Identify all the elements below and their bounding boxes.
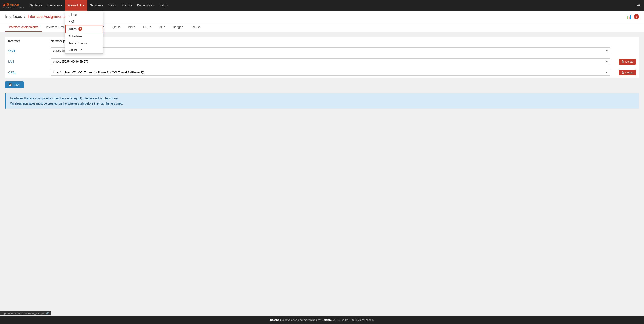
dropdown-traffic-shaper[interactable]: Traffic Shaper — [65, 40, 103, 47]
firewall-caret-icon: ▾ — [83, 4, 84, 6]
tab-laggs[interactable]: LAGGs — [187, 23, 204, 32]
services-caret-icon: ▾ — [102, 4, 103, 6]
nav-services[interactable]: Services ▾ — [87, 0, 106, 11]
save-button[interactable]: 💾 Save — [5, 81, 24, 88]
logo-sub: Community Edition — [2, 6, 24, 8]
pfsense-logo: pfSense Community Edition — [2, 2, 24, 8]
interfaces-caret-icon: ▾ — [61, 4, 62, 6]
firewall-dropdown: Aliases NAT Rules 2 Schedules Traffic Sh… — [65, 11, 103, 54]
interface-link-opt1[interactable]: OPT1 — [8, 71, 16, 74]
nav-help[interactable]: Help ▾ — [157, 0, 170, 11]
interface-link-wan[interactable]: WAN — [8, 49, 15, 52]
vpn-caret-icon: ▾ — [116, 4, 116, 6]
info-message-1: Interfaces that are configured as member… — [10, 97, 635, 100]
dropdown-virtual-ips[interactable]: Virtual IPs — [65, 47, 103, 53]
rules-badge: 2 — [78, 27, 82, 31]
nav-status[interactable]: Status ▾ — [119, 0, 134, 11]
save-icon: 💾 — [8, 83, 12, 86]
interface-cell-opt1: OPT1 — [5, 67, 48, 78]
interface-cell-wan: WAN — [5, 45, 48, 56]
tab-interface-assignments[interactable]: Interface Assignments — [5, 23, 42, 32]
nav-firewall[interactable]: Firewall 1 ▾ Aliases NAT Rules 2 Schedul… — [64, 0, 87, 11]
info-box: Interfaces that are configured as member… — [5, 93, 639, 109]
nav-items: System ▾ Interfaces ▾ Firewall 1 ▾ Alias… — [28, 0, 635, 11]
action-cell-lan: 🗑 Delete — [613, 56, 639, 67]
navbar: pfSense Community Edition System ▾ Inter… — [0, 0, 644, 11]
col-header-interface: Interface — [5, 37, 48, 45]
port-cell-lan: vtnet1 (52:54:00:96:5b:57) — [48, 56, 613, 67]
dropdown-rules[interactable]: Rules 2 — [65, 25, 103, 33]
system-caret-icon: ▾ — [41, 4, 42, 6]
dropdown-aliases[interactable]: Aliases — [65, 11, 103, 18]
port-select-lan[interactable]: vtnet1 (52:54:00:96:5b:57) — [51, 58, 610, 65]
interface-link-lan[interactable]: LAN — [8, 60, 14, 63]
help-caret-icon: ▾ — [166, 4, 168, 6]
nav-right: ⇥ — [635, 2, 642, 8]
table-row: LAN vtnet1 (52:54:00:96:5b:57) 🗑 Delete — [5, 56, 639, 67]
logout-icon[interactable]: ⇥ — [635, 2, 642, 8]
breadcrumb: Interfaces / Interface Assignments — [5, 14, 66, 19]
trash-icon-opt1: 🗑 — [622, 71, 624, 74]
footer: pfSense is developed and maintained by N… — [0, 316, 644, 324]
header-icons: 📊 ? — [626, 14, 639, 19]
table-row: OPT1 ipsec1 (IPsec VTI: OCI Tunnel 1 (Ph… — [5, 67, 639, 78]
brand: pfSense Community Edition — [2, 2, 24, 8]
col-header-network-port: Network port — [48, 37, 613, 45]
breadcrumb-sep: / — [24, 14, 26, 19]
interface-cell-lan: LAN — [5, 56, 48, 67]
nav-diagnostics[interactable]: Diagnostics ▾ — [134, 0, 157, 11]
tab-bridges[interactable]: Bridges — [169, 23, 187, 32]
nav-system[interactable]: System ▾ — [28, 0, 44, 11]
footer-pfsense: pfSense is developed and maintained by N… — [270, 318, 374, 322]
diagnostics-caret-icon: ▾ — [153, 4, 154, 6]
tab-qinqs[interactable]: QinQs — [108, 23, 124, 32]
col-header-action — [613, 37, 639, 45]
status-icon: 🔗 — [46, 312, 49, 315]
action-cell-opt1: 🗑 Delete — [613, 67, 639, 78]
info-message-2: Wireless interfaces must be created on t… — [10, 102, 635, 105]
trash-icon-lan: 🗑 — [622, 60, 624, 63]
delete-button-opt1[interactable]: 🗑 Delete — [619, 70, 636, 75]
tab-gres[interactable]: GREs — [139, 23, 155, 32]
port-select-wan[interactable]: vtnet0 (52:54:00:18:6d:2c) — [51, 47, 610, 54]
logo-main: pfSense — [2, 2, 24, 6]
dropdown-schedules[interactable]: Schedules — [65, 33, 103, 40]
footer-license-link[interactable]: View license. — [358, 318, 374, 322]
status-url: https://136.144.162.216/firewall_rules.p… — [2, 312, 45, 315]
status-caret-icon: ▾ — [131, 4, 132, 6]
firewall-badge: 1 — [78, 3, 82, 7]
status-bar: https://136.144.162.216/firewall_rules.p… — [0, 311, 51, 316]
port-cell-wan: vtnet0 (52:54:00:18:6d:2c) — [48, 45, 613, 56]
delete-button-lan[interactable]: 🗑 Delete — [619, 59, 636, 64]
nav-interfaces[interactable]: Interfaces ▾ — [44, 0, 64, 11]
chart-icon[interactable]: 📊 — [626, 14, 632, 19]
tab-gifs[interactable]: GIFs — [155, 23, 169, 32]
port-select-opt1[interactable]: ipsec1 (IPsec VTI: OCI Tunnel 1 (Phase 1… — [51, 69, 610, 76]
logo-sense: Sense — [6, 2, 19, 7]
port-cell-opt1: ipsec1 (IPsec VTI: OCI Tunnel 1 (Phase 1… — [48, 67, 613, 78]
tab-ppps[interactable]: PPPs — [124, 23, 139, 32]
nav-vpn[interactable]: VPN ▾ — [106, 0, 119, 11]
help-icon[interactable]: ? — [634, 14, 639, 19]
action-cell-wan — [613, 45, 639, 56]
breadcrumb-current: Interface Assignments — [28, 14, 66, 19]
breadcrumb-parent: Interfaces — [5, 14, 22, 19]
dropdown-nat[interactable]: NAT — [65, 18, 103, 25]
logo-pf: pf — [2, 2, 6, 7]
